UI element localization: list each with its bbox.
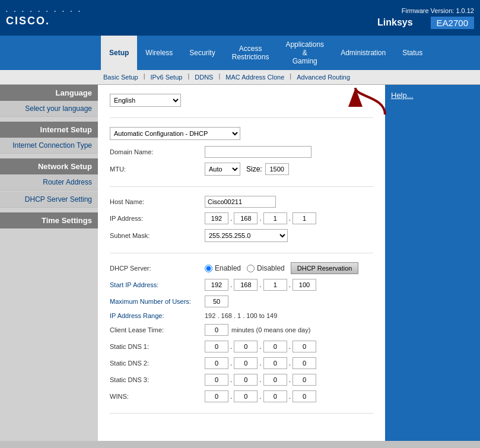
dns2-oct4[interactable] (293, 357, 316, 369)
dhcp-disabled-radio-label[interactable]: Disabled (247, 264, 285, 272)
ip-range-value: 192 . 168 . 1 . 100 to 149 (205, 312, 277, 319)
ip-oct1[interactable] (205, 212, 228, 224)
ip-range-row: IP Address Range: 192 . 168 . 1 . 100 to… (110, 312, 373, 319)
top-bar: · · · · · · · · · · CISCO. Firmware Vers… (0, 0, 480, 36)
subtab-advanced-routing[interactable]: Advanced Routing (294, 72, 352, 82)
tab-applications-gaming[interactable]: Applications &Gaming (277, 36, 332, 70)
mtu-size-label: Size: (246, 165, 262, 173)
subnet-row: Subnet Mask: 255.255.255.0 255.255.0.0 2… (110, 229, 373, 242)
sidebar-section-internet: Internet Setup (0, 122, 98, 138)
connection-type-row: Automatic Configuration - DHCP Static IP… (110, 127, 373, 140)
dns2-oct3[interactable] (263, 357, 287, 369)
tab-access-restrictions[interactable]: AccessRestrictions (224, 36, 278, 70)
cisco-logo: · · · · · · · · · · CISCO. (6, 8, 82, 27)
mtu-size-input[interactable] (265, 163, 289, 175)
max-users-input[interactable] (205, 296, 228, 307)
ip-oct4[interactable] (293, 212, 316, 224)
start-ip-oct4[interactable] (293, 279, 316, 291)
ip-address-group: . . . (205, 212, 316, 224)
wins-oct4[interactable] (293, 390, 316, 402)
dns1-oct4[interactable] (293, 341, 316, 352)
dns3-oct3[interactable] (263, 374, 287, 386)
top-right-info: Firmware Version: 1.0.12 Linksys EA2700 (377, 7, 474, 29)
start-ip-group: . . . (205, 279, 316, 291)
main-layout: Language Select your language Internet S… (0, 85, 480, 441)
subtab-ipv6[interactable]: IPv6 Setup (148, 72, 185, 82)
router-model: EA2700 (431, 17, 474, 29)
wins-oct1[interactable] (205, 390, 228, 402)
dhcp-disabled-radio[interactable] (247, 265, 255, 272)
help-link[interactable]: Help... (391, 91, 414, 100)
domain-name-input[interactable] (205, 146, 311, 158)
wins-oct3[interactable] (263, 390, 287, 402)
lease-time-suffix: minutes (0 means one day) (231, 326, 310, 333)
start-ip-oct2[interactable] (234, 279, 258, 291)
ip-range-label: IP Address Range: (110, 312, 205, 319)
dns3-row: Static DNS 3: . . . (110, 374, 373, 386)
dhcp-enabled-label-text: Enabled (215, 264, 241, 272)
network-setup-section: Host Name: IP Address: . . . Subnet Mask… (110, 196, 373, 253)
ip-oct2[interactable] (234, 212, 258, 224)
sidebar: Language Select your language Internet S… (0, 85, 98, 441)
tab-setup[interactable]: Setup (101, 36, 137, 70)
wins-group: . . . (205, 390, 316, 402)
wins-label: WINS: (110, 393, 205, 400)
language-row: English Spanish French (110, 94, 373, 107)
internet-connection-section: Automatic Configuration - DHCP Static IP… (110, 127, 373, 187)
ip-oct3[interactable] (263, 212, 287, 224)
subtab-basic-setup[interactable]: Basic Setup (101, 72, 141, 82)
dhcp-reservation-button[interactable]: DHCP Reservation (291, 262, 359, 274)
wins-oct2[interactable] (234, 390, 258, 402)
dhcp-enabled-radio-label[interactable]: Enabled (205, 264, 241, 272)
dns3-oct4[interactable] (293, 374, 316, 386)
connection-type-select[interactable]: Automatic Configuration - DHCP Static IP… (110, 127, 240, 140)
dns1-oct2[interactable] (234, 341, 258, 352)
tab-wireless[interactable]: Wireless (137, 36, 181, 70)
domain-name-label: Domain Name: (110, 148, 205, 155)
dns3-oct1[interactable] (205, 374, 228, 386)
start-ip-row: Start IP Address: . . . (110, 279, 373, 291)
dns1-row: Static DNS 1: . . . (110, 341, 373, 352)
dns1-oct1[interactable] (205, 341, 228, 352)
dhcp-enabled-radio[interactable] (205, 265, 212, 272)
wins-row: WINS: . . . (110, 390, 373, 402)
tab-security[interactable]: Security (181, 36, 223, 70)
subtab-ddns[interactable]: DDNS (192, 72, 215, 82)
mtu-row: MTU: Auto Manual Size: (110, 163, 373, 176)
subnet-select[interactable]: 255.255.255.0 255.255.0.0 255.0.0.0 (205, 229, 288, 242)
dhcp-server-row: DHCP Server: Enabled Disabled DHCP Reser… (110, 262, 373, 274)
main-nav: Setup Wireless Security AccessRestrictio… (0, 36, 480, 70)
lease-time-input[interactable] (205, 324, 228, 336)
host-name-label: Host Name: (110, 198, 205, 205)
sidebar-dhcp: DHCP Server Setting (0, 192, 98, 208)
start-ip-label: Start IP Address: (110, 281, 205, 288)
dns2-oct1[interactable] (205, 357, 228, 369)
sidebar-section-time: Time Settings (0, 212, 98, 228)
ip-address-label: IP Address: (110, 215, 205, 222)
max-users-row: Maximum Number of Users: (110, 296, 373, 307)
host-name-input[interactable] (205, 196, 276, 208)
tab-status[interactable]: Status (394, 36, 431, 70)
language-section: English Spanish French (110, 94, 373, 118)
mtu-type-select[interactable]: Auto Manual (205, 163, 240, 176)
dns3-group: . . . (205, 374, 316, 386)
content-area: English Spanish French Automatic Configu… (98, 85, 385, 441)
lease-time-row: Client Lease Time: minutes (0 means one … (110, 324, 373, 336)
start-ip-oct3[interactable] (263, 279, 287, 291)
firmware-version: Firmware Version: 1.0.12 (377, 7, 474, 14)
dns3-oct2[interactable] (234, 374, 258, 386)
dns2-oct2[interactable] (234, 357, 258, 369)
language-select[interactable]: English Spanish French (110, 94, 181, 107)
dns3-label: Static DNS 3: (110, 376, 205, 383)
ip-address-row: IP Address: . . . (110, 212, 373, 224)
tab-administration[interactable]: Administration (332, 36, 394, 70)
dns1-label: Static DNS 1: (110, 343, 205, 350)
dns2-row: Static DNS 2: . . . (110, 357, 373, 369)
sidebar-section-network: Network Setup (0, 158, 98, 174)
subnet-label: Subnet Mask: (110, 232, 205, 239)
lease-time-label: Client Lease Time: (110, 326, 205, 333)
sidebar-section-language: Language (0, 85, 98, 101)
dns1-oct3[interactable] (263, 341, 287, 352)
start-ip-oct1[interactable] (205, 279, 228, 291)
subtab-mac-clone[interactable]: MAC Address Clone (223, 72, 287, 82)
